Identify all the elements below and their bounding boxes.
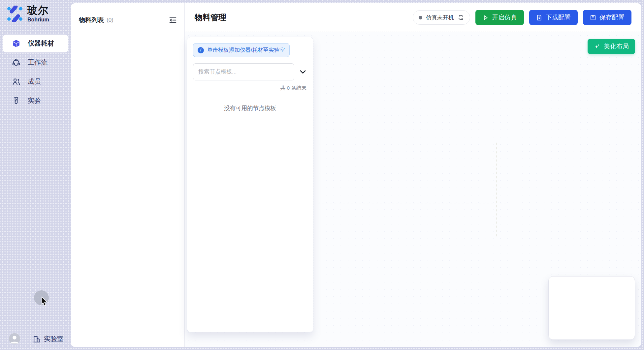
lab-switcher[interactable]: 实验室 (33, 335, 64, 343)
simulation-status-pill: 仿真未开机 (413, 10, 470, 25)
template-hint-banner: i 单击模板添加仪器/耗材至实验室 (193, 43, 290, 57)
sidebar: 玻尔 Bohrium 仪器耗材 工作流 (0, 0, 71, 350)
template-hint-text: 单击模板添加仪器/耗材至实验室 (207, 46, 285, 54)
result-count: 共 0 条结果 (193, 85, 307, 92)
page-header: 物料管理 仿真未开机 开启仿真 (185, 3, 641, 32)
brand-subtitle: Bohrium (27, 17, 49, 23)
sidebar-item-label: 实验 (28, 96, 41, 105)
mouse-cursor (41, 296, 48, 307)
empty-templates-message: 没有可用的节点模板 (193, 104, 307, 112)
materials-list-title: 物料列表 (79, 16, 104, 24)
file-download-icon (536, 15, 542, 21)
materials-list-panel: 物料列表 (0) (71, 3, 185, 347)
sparkles-icon (594, 43, 600, 50)
canvas-guide-vertical (497, 142, 497, 237)
sidebar-item-label: 仪器耗材 (28, 39, 54, 48)
sidebar-item-label: 成员 (28, 77, 41, 86)
sidebar-item-experiments[interactable]: 实验 (3, 92, 68, 110)
materials-list-count: (0) (107, 17, 113, 23)
template-search-input[interactable] (193, 63, 294, 80)
brand-title: 玻尔 (27, 5, 49, 16)
building-icon (33, 335, 41, 343)
save-config-button[interactable]: 保存配置 (583, 10, 631, 25)
menu-fold-icon[interactable] (169, 16, 177, 24)
sidebar-item-instruments[interactable]: 仪器耗材 (3, 35, 68, 52)
brand-logo: 玻尔 Bohrium (0, 0, 71, 23)
sidebar-nav: 仪器耗材 工作流 成员 实验 (0, 35, 71, 110)
sync-icon[interactable] (458, 14, 464, 21)
canvas-minimap[interactable] (548, 276, 635, 340)
status-dot (419, 16, 422, 19)
main-column: 物料管理 仿真未开机 开启仿真 (185, 3, 641, 347)
download-config-button[interactable]: 下载配置 (529, 10, 578, 25)
experiment-icon (12, 97, 20, 105)
sidebar-item-label: 工作流 (28, 58, 48, 67)
node-template-panel: i 单击模板添加仪器/耗材至实验室 共 0 条结果 没有可用的节点模板 (187, 37, 313, 332)
simulation-status-label: 仿真未开机 (426, 14, 454, 21)
sidebar-footer: 实验室 (9, 333, 64, 344)
members-icon (12, 77, 20, 86)
header-actions: 仿真未开机 开启仿真 (413, 10, 631, 25)
bohrium-logo-icon (7, 6, 23, 22)
canvas-guide-horizontal (316, 203, 508, 203)
save-icon (590, 15, 596, 21)
beautify-layout-button[interactable]: 美化布局 (588, 39, 635, 54)
cube-icon (12, 39, 20, 48)
sidebar-item-workflow[interactable]: 工作流 (3, 54, 68, 72)
chevron-down-icon[interactable] (299, 68, 307, 76)
play-icon (482, 15, 489, 21)
workflow-icon (12, 58, 20, 67)
lab-label: 实验室 (44, 335, 64, 343)
app-window: 物料列表 (0) 物料管理 仿真未开机 (71, 3, 641, 347)
info-icon: i (198, 47, 204, 53)
page-title: 物料管理 (195, 12, 226, 23)
start-simulation-button[interactable]: 开启仿真 (475, 10, 524, 25)
user-avatar-icon[interactable] (9, 333, 20, 344)
flow-canvas[interactable]: 美化布局 i 单击模板添加仪器/耗材至实验室 共 0 条结果 没有可用的节点模板 (185, 32, 641, 347)
sidebar-item-members[interactable]: 成员 (3, 73, 68, 91)
